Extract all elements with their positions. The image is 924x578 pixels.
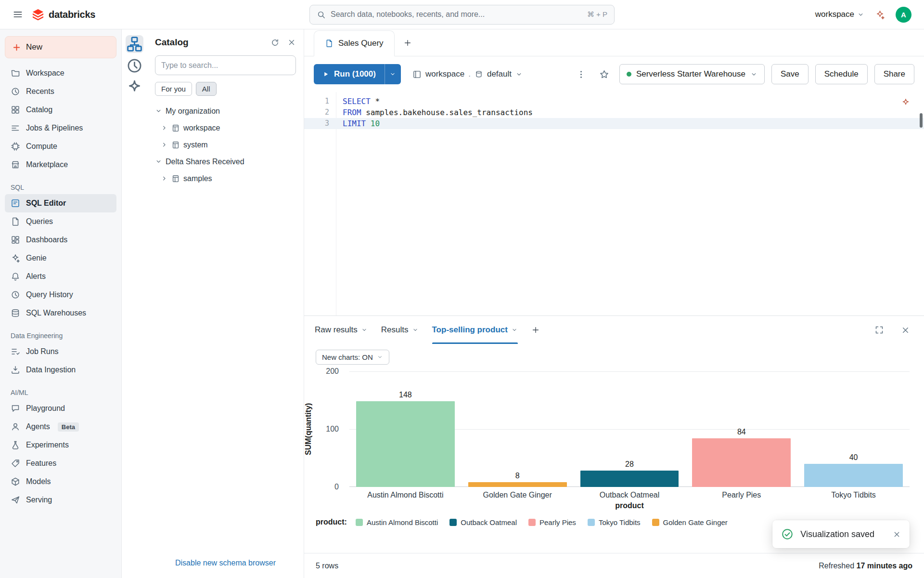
chart-bar[interactable] <box>804 464 903 487</box>
chevron-down-icon <box>377 354 383 360</box>
more-options-button[interactable] <box>573 66 590 82</box>
hamburger-menu-button[interactable] <box>13 9 23 20</box>
chart-bars: 1488288440 <box>349 371 910 487</box>
category-label: Austin Almond Biscotti <box>349 491 462 499</box>
global-search-input[interactable] <box>331 10 582 19</box>
sidebar-item-marketplace[interactable]: Marketplace <box>5 156 116 174</box>
tag-icon <box>11 459 20 468</box>
sidebar-item-label: Queries <box>26 217 53 226</box>
results-tab-top-selling-product[interactable]: Top-selling product <box>432 316 518 344</box>
tree-item-system[interactable]: system <box>152 136 299 153</box>
ingest-arrow-icon <box>11 365 20 375</box>
sidebar-item-recents[interactable]: Recents <box>5 82 116 101</box>
refresh-button[interactable] <box>270 38 280 47</box>
sidebar-item-alerts[interactable]: Alerts <box>5 267 116 286</box>
sidebar-section-ai-ml: AI/ML <box>11 389 116 396</box>
chart-bar[interactable] <box>580 471 679 487</box>
sidebar-item-queries[interactable]: Queries <box>5 212 116 231</box>
sidebar-item-models[interactable]: Models <box>5 473 116 491</box>
chart-bar[interactable] <box>468 482 567 487</box>
assistant-button[interactable] <box>875 10 885 20</box>
sidebar-item-catalog[interactable]: Catalog <box>5 101 116 119</box>
run-button[interactable]: Run (1000) <box>314 64 385 84</box>
search-shortcut: ⌘ + P <box>587 10 607 19</box>
sidebar-item-sql-warehouses[interactable]: SQL Warehouses <box>5 304 116 322</box>
chip-all[interactable]: All <box>196 82 217 96</box>
sidebar-item-agents[interactable]: Agents Beta <box>5 418 116 436</box>
chart-bar[interactable] <box>692 438 791 487</box>
tree-item-workspace[interactable]: workspace <box>152 119 299 136</box>
chip-for-you[interactable]: For you <box>155 82 192 96</box>
editor-scrollbar-thumb[interactable] <box>920 113 923 128</box>
chevron-down-icon <box>750 71 757 78</box>
code-line-2[interactable]: 2 FROM samples.bakehouse.sales_transacti… <box>304 107 924 118</box>
databricks-logo[interactable]: databricks <box>32 8 95 21</box>
disable-schema-browser-link[interactable]: Disable new schema browser <box>147 548 304 578</box>
close-schema-browser-button[interactable] <box>287 38 296 47</box>
catalog-selector[interactable]: workspace <box>425 69 464 79</box>
bar-value-label: 148 <box>399 391 412 399</box>
results-tab-results[interactable]: Results <box>381 316 419 344</box>
bar-group: 40 <box>797 371 910 487</box>
pipelines-icon <box>11 123 20 133</box>
fullscreen-button[interactable] <box>871 322 887 338</box>
save-button[interactable]: Save <box>771 64 808 84</box>
results-tab-raw[interactable]: Raw results <box>315 316 368 344</box>
schema-browser-tab-button[interactable] <box>126 35 143 53</box>
line-number: 3 <box>304 118 335 129</box>
favorite-button[interactable] <box>596 66 613 82</box>
new-button[interactable]: New <box>5 36 116 58</box>
results-panel-controls <box>871 322 913 338</box>
kebab-menu-icon <box>577 70 586 79</box>
sidebar-item-query-history[interactable]: Query History <box>5 286 116 304</box>
sidebar-item-compute[interactable]: Compute <box>5 137 116 156</box>
sidebar-item-jobs-pipelines[interactable]: Jobs & Pipelines <box>5 119 116 137</box>
chart-bar[interactable] <box>356 401 455 487</box>
refreshed-prefix: Refreshed <box>819 562 854 570</box>
sidebar-item-label: Compute <box>26 142 57 151</box>
schema-search-input[interactable] <box>155 55 296 75</box>
share-button[interactable]: Share <box>874 64 914 84</box>
sidebar-item-experiments[interactable]: Experiments <box>5 436 116 454</box>
chat-icon <box>11 404 20 413</box>
editor-assistant-button[interactable] <box>901 98 911 107</box>
new-charts-toggle[interactable]: New charts: ON <box>316 350 389 365</box>
sidebar-item-label: Experiments <box>26 441 69 449</box>
sidebar-item-genie[interactable]: Genie <box>5 249 116 267</box>
schedule-button[interactable]: Schedule <box>815 64 868 84</box>
sql-code-editor[interactable]: 1 SELECT * 2 FROM samples.bakehouse.sale… <box>304 92 924 315</box>
close-icon[interactable] <box>893 530 901 539</box>
sidebar-item-dashboards[interactable]: Dashboards <box>5 231 116 249</box>
schema-selector[interactable]: default <box>487 69 512 79</box>
run-options-button[interactable] <box>385 64 401 84</box>
tree-item-samples[interactable]: samples <box>152 170 299 187</box>
chevron-down-icon <box>389 71 396 78</box>
sidebar-item-data-ingestion[interactable]: Data Ingestion <box>5 361 116 379</box>
history-tab-button[interactable] <box>126 57 143 75</box>
global-search[interactable]: ⌘ + P <box>309 5 615 25</box>
add-visualization-button[interactable] <box>531 326 540 334</box>
tab-sales-query[interactable]: Sales Query <box>314 30 395 56</box>
close-results-button[interactable] <box>897 322 913 338</box>
tree-section-my-organization[interactable]: My organization <box>152 103 299 119</box>
close-icon <box>901 326 910 335</box>
workspace-switcher[interactable]: workspace <box>815 10 864 19</box>
sidebar-item-features[interactable]: Features <box>5 454 116 473</box>
sidebar-item-serving[interactable]: Serving <box>5 491 116 509</box>
schema-filter-chips: For you All <box>155 82 296 96</box>
bar-value-label: 40 <box>849 453 858 462</box>
tree-section-delta-shares[interactable]: Delta Shares Received <box>152 153 299 170</box>
schema-browser-title: Catalog <box>155 37 263 48</box>
warehouse-selector[interactable]: Serverless Starter Warehouse <box>619 64 765 84</box>
code-line-1[interactable]: 1 SELECT * <box>304 96 924 107</box>
code-line-3[interactable]: 3 LIMIT 10 <box>304 118 924 129</box>
run-button-label: Run (1000) <box>334 69 376 79</box>
sidebar-item-playground[interactable]: Playground <box>5 399 116 418</box>
sidebar-item-workspace[interactable]: Workspace <box>5 64 116 82</box>
sidebar-item-label: Recents <box>26 87 54 96</box>
avatar[interactable]: A <box>896 7 911 23</box>
assistant-tab-button[interactable] <box>126 79 143 96</box>
sidebar-item-sql-editor[interactable]: SQL Editor <box>5 194 116 212</box>
add-tab-button[interactable] <box>398 30 418 56</box>
sidebar-item-job-runs[interactable]: Job Runs <box>5 342 116 361</box>
